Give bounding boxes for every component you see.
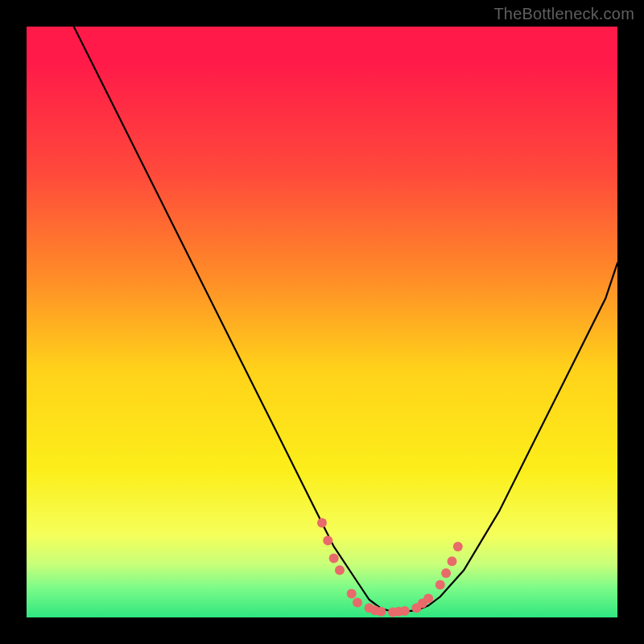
marker-dots bbox=[317, 518, 463, 617]
marker-dot bbox=[423, 594, 433, 604]
marker-dot bbox=[329, 554, 339, 564]
marker-dot bbox=[400, 606, 410, 616]
marker-dot bbox=[353, 598, 362, 608]
marker-dot bbox=[323, 536, 332, 546]
marker-dot bbox=[448, 556, 457, 566]
watermark-text: TheBottleneck.com bbox=[493, 5, 634, 23]
chart-stage: TheBottleneck.com bbox=[0, 0, 644, 644]
marker-dot bbox=[436, 580, 445, 590]
marker-dot bbox=[317, 518, 327, 528]
bottleneck-curve bbox=[74, 27, 617, 612]
marker-dot bbox=[335, 565, 345, 575]
plot-area bbox=[27, 27, 617, 617]
marker-dot bbox=[347, 589, 357, 599]
marker-dot bbox=[441, 568, 451, 578]
marker-dot bbox=[453, 542, 463, 551]
curve-layer bbox=[27, 27, 617, 617]
marker-dot bbox=[376, 607, 386, 617]
